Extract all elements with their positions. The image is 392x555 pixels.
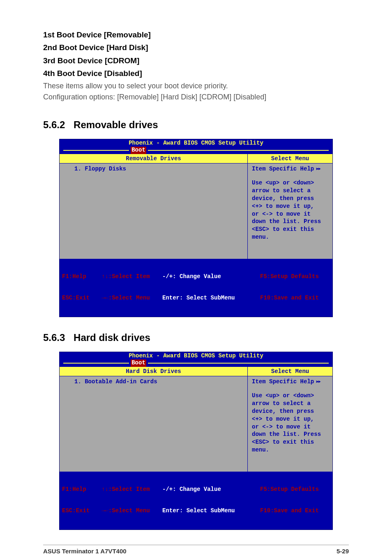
footer-col-d: F5:Setup Defaults F10:Save and Exit bbox=[260, 259, 330, 316]
boot-item-3: 3rd Boot Device [CDROM] bbox=[43, 55, 349, 67]
left-column-header: Removable Drives bbox=[60, 154, 247, 164]
double-arrow-icon: ▸▸ bbox=[316, 378, 320, 386]
bios-left-panel: Hard Disk Drives 1. Bootable Add-in Card… bbox=[60, 367, 248, 472]
footer-col-a: F1:Help ESC:Exit bbox=[62, 259, 101, 316]
section-563-heading: 5.6.3 Hard disk drives bbox=[43, 332, 349, 343]
section-562-heading: 5.6.2 Removable drives bbox=[43, 119, 349, 131]
tab-line-right bbox=[148, 363, 329, 364]
bios-utility-title: Phoenix - Award BIOS CMOS Setup Utility bbox=[60, 140, 332, 147]
harddisk-drive-item[interactable]: 1. Bootable Add-in Cards bbox=[74, 378, 243, 386]
help-line: down the list. Press bbox=[252, 218, 328, 226]
removable-drive-item[interactable]: 1. Floppy Disks bbox=[74, 165, 243, 173]
footer-col-a: F1:Help ESC:Exit bbox=[62, 472, 101, 529]
boot-item-1: 1st Boot Device [Removable] bbox=[43, 29, 349, 41]
bios-columns: Hard Disk Drives 1. Bootable Add-in Card… bbox=[60, 367, 332, 472]
action-select-submenu: Enter: Select SubMenu bbox=[162, 507, 235, 514]
help-line: <ESC> to exit this bbox=[252, 226, 328, 233]
help-title-text: Item Specific Help bbox=[252, 378, 314, 386]
bios-right-panel: Select Menu Item Specific Help ▸▸ Use <u… bbox=[248, 154, 332, 259]
bios-tab-row: Boot bbox=[60, 359, 332, 367]
help-line: arrow to select a bbox=[252, 187, 328, 195]
footer-col-c: -/+: Change Value Enter: Select SubMenu bbox=[162, 259, 260, 316]
key-f1: F1:Help bbox=[62, 273, 86, 280]
key-f10: F10:Save and Exit bbox=[260, 507, 319, 514]
help-title-row: Item Specific Help ▸▸ bbox=[252, 378, 328, 386]
key-f1: F1:Help bbox=[62, 486, 86, 493]
bios-titlebar: Phoenix - Award BIOS CMOS Setup Utility … bbox=[60, 352, 332, 367]
left-column-body: 1. Floppy Disks bbox=[60, 164, 247, 259]
help-line: device, then press bbox=[252, 408, 328, 415]
section-563-title: Hard disk drives bbox=[74, 332, 150, 343]
key-f10: F10:Save and Exit bbox=[260, 295, 319, 301]
help-line: or <-> to move it bbox=[252, 210, 328, 218]
right-column-header: Select Menu bbox=[248, 154, 332, 164]
right-column-header: Select Menu bbox=[248, 367, 332, 376]
bios-footer-bar: F1:Help ESC:Exit ↑↓:Select Item →←:Selec… bbox=[60, 259, 332, 317]
help-line: Use <up> or <down> bbox=[252, 392, 328, 400]
section-563-number: 5.6.3 bbox=[43, 332, 65, 343]
desc-line-1: These items allow you to select your boo… bbox=[43, 81, 349, 92]
key-esc: ESC:Exit bbox=[62, 295, 90, 301]
bios-left-panel: Removable Drives 1. Floppy Disks bbox=[60, 154, 248, 259]
bios-footer-bar: F1:Help ESC:Exit ↑↓:Select Item →←:Selec… bbox=[60, 472, 332, 530]
help-title-text: Item Specific Help bbox=[252, 165, 314, 173]
bios-right-panel: Select Menu Item Specific Help ▸▸ Use <u… bbox=[248, 367, 332, 472]
help-title-row: Item Specific Help ▸▸ bbox=[252, 165, 328, 173]
left-column-body: 1. Bootable Add-in Cards bbox=[60, 376, 247, 472]
right-column-body: Item Specific Help ▸▸ Use <up> or <down>… bbox=[248, 164, 332, 259]
footer-col-c: -/+: Change Value Enter: Select SubMenu bbox=[162, 472, 260, 529]
help-line: or <-> to move it bbox=[252, 423, 328, 431]
right-column-body: Item Specific Help ▸▸ Use <up> or <down>… bbox=[248, 376, 332, 472]
boot-item-4: 4th Boot Device [Disabled] bbox=[43, 67, 349, 79]
key-f5: F5:Setup Defaults bbox=[260, 273, 319, 280]
help-line: <+> to move it up, bbox=[252, 203, 328, 210]
key-f5: F5:Setup Defaults bbox=[260, 486, 319, 493]
bios-columns: Removable Drives 1. Floppy Disks Select … bbox=[60, 154, 332, 259]
footer-page-number: 5-29 bbox=[337, 548, 349, 555]
help-line: <+> to move it up, bbox=[252, 415, 328, 423]
left-column-header: Hard Disk Drives bbox=[60, 367, 247, 376]
help-line: <ESC> to exit this bbox=[252, 438, 328, 446]
page-footer: ASUS Terminator 1 A7VT400 5-29 bbox=[43, 545, 349, 555]
bios-active-tab[interactable]: Boot bbox=[131, 359, 146, 367]
footer-col-b: ↑↓:Select Item →←:Select Menu bbox=[101, 472, 162, 529]
help-line: device, then press bbox=[252, 195, 328, 203]
footer-col-b: ↑↓:Select Item →←:Select Menu bbox=[101, 259, 162, 316]
section-562-title: Removable drives bbox=[74, 119, 158, 130]
key-leftright: →←:Select Menu bbox=[101, 295, 150, 301]
bios-tab-row: Boot bbox=[60, 147, 332, 154]
bios-screenshot-harddisk: Phoenix - Award BIOS CMOS Setup Utility … bbox=[59, 352, 333, 530]
action-change-value: -/+: Change Value bbox=[162, 273, 221, 280]
tab-line-right bbox=[148, 150, 329, 151]
bios-titlebar: Phoenix - Award BIOS CMOS Setup Utility … bbox=[60, 139, 332, 154]
footer-col-d: F5:Setup Defaults F10:Save and Exit bbox=[260, 472, 330, 529]
boot-item-2: 2nd Boot Device [Hard Disk] bbox=[43, 41, 349, 53]
help-line: arrow to select a bbox=[252, 400, 328, 408]
help-line: menu. bbox=[252, 446, 328, 454]
bios-active-tab[interactable]: Boot bbox=[131, 147, 146, 154]
bios-utility-title: Phoenix - Award BIOS CMOS Setup Utility bbox=[60, 352, 332, 360]
desc-line-2: Configuration options: [Removable] [Hard… bbox=[43, 92, 349, 103]
section-562-number: 5.6.2 bbox=[43, 119, 65, 130]
action-select-submenu: Enter: Select SubMenu bbox=[162, 295, 235, 301]
boot-device-settings: 1st Boot Device [Removable] 2nd Boot Dev… bbox=[43, 29, 349, 80]
help-line: menu. bbox=[252, 233, 328, 241]
help-line: Use <up> or <down> bbox=[252, 179, 328, 187]
tab-line-left bbox=[63, 363, 129, 364]
footer-product-name: ASUS Terminator 1 A7VT400 bbox=[43, 548, 127, 555]
tab-line-left bbox=[63, 150, 129, 151]
key-esc: ESC:Exit bbox=[62, 507, 90, 514]
boot-items-description: These items allow you to select your boo… bbox=[43, 81, 349, 103]
bios-screenshot-removable: Phoenix - Award BIOS CMOS Setup Utility … bbox=[59, 139, 333, 317]
key-updown: ↑↓:Select Item bbox=[101, 273, 150, 280]
double-arrow-icon: ▸▸ bbox=[316, 165, 320, 173]
help-line: down the list. Press bbox=[252, 431, 328, 438]
key-leftright: →←:Select Menu bbox=[101, 507, 150, 514]
key-updown: ↑↓:Select Item bbox=[101, 486, 150, 493]
action-change-value: -/+: Change Value bbox=[162, 486, 221, 493]
